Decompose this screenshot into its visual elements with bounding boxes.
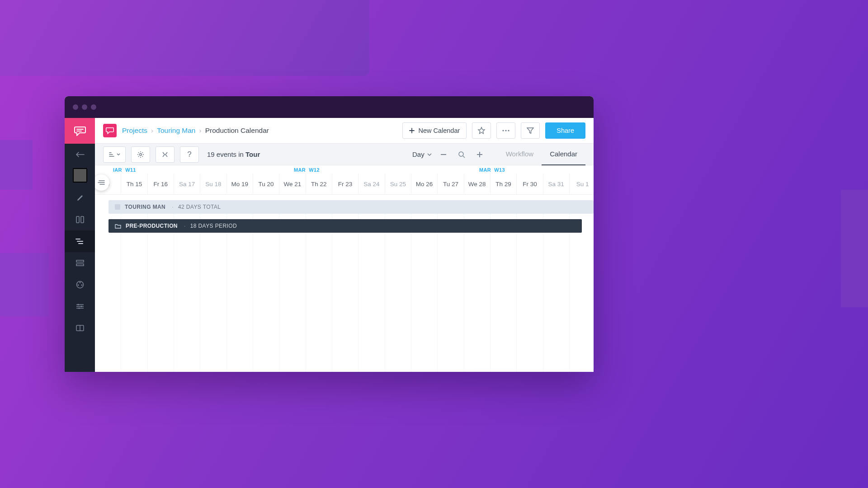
brand-logo[interactable] <box>65 118 95 144</box>
traffic-light-close[interactable] <box>73 104 78 110</box>
day-column[interactable]: Sa 31 <box>543 174 570 195</box>
svg-point-12 <box>503 130 504 131</box>
book-icon <box>76 325 84 331</box>
share-button[interactable]: Share <box>545 122 585 139</box>
chat-icon <box>106 127 114 134</box>
collapse-icon <box>161 151 169 158</box>
zoom-out[interactable] <box>437 154 450 155</box>
sidebar-back[interactable] <box>65 144 95 165</box>
day-column[interactable]: Su 25 <box>385 174 411 195</box>
magnify-icon <box>458 151 465 158</box>
app-window: Projects › Touring Man › Production Cale… <box>65 96 594 372</box>
tab-workflow[interactable]: Workflow <box>498 144 542 165</box>
svg-rect-3 <box>76 264 84 266</box>
view-mode: Day <box>412 150 425 158</box>
view-tabs: Workflow Calendar <box>498 144 585 165</box>
zoom-reset[interactable] <box>455 151 468 158</box>
sidebar-item-edit[interactable] <box>65 187 95 209</box>
decor-band <box>0 253 49 316</box>
chevron-right-icon: › <box>199 127 201 135</box>
favorite-button[interactable] <box>472 122 491 139</box>
brand-icon <box>74 126 86 136</box>
project-avatar[interactable] <box>73 168 87 183</box>
svg-point-6 <box>81 285 82 286</box>
day-column[interactable]: We 28 <box>464 174 491 195</box>
decor-band <box>0 140 33 190</box>
day-column[interactable]: Tu 27 <box>438 174 464 195</box>
color-swatch <box>115 204 120 210</box>
share-label: Share <box>557 127 574 134</box>
filter-icon <box>527 127 534 134</box>
day-column[interactable]: Sa 24 <box>359 174 385 195</box>
day-column[interactable]: Mo 19 <box>227 174 253 195</box>
svg-point-8 <box>77 304 79 305</box>
svg-rect-2 <box>76 260 84 262</box>
day-column[interactable]: Su 1 <box>570 174 594 195</box>
caret-down-icon <box>117 153 120 156</box>
sidebar-item-reel[interactable] <box>65 274 95 296</box>
plus-icon <box>476 151 483 158</box>
tree-icon <box>108 152 115 157</box>
traffic-light-max[interactable] <box>91 104 96 110</box>
settings-button[interactable] <box>131 146 150 163</box>
new-calendar-label: New Calendar <box>418 127 460 134</box>
day-column[interactable]: Th 29 <box>491 174 517 195</box>
columns-icon <box>76 216 84 223</box>
day-column[interactable]: Th 15 <box>121 174 147 195</box>
day-column[interactable]: We 21 <box>279 174 306 195</box>
star-icon <box>477 127 486 135</box>
week-label: MAR W13 <box>479 167 505 173</box>
day-column[interactable]: Fr 30 <box>517 174 543 195</box>
svg-point-13 <box>505 130 507 131</box>
sidebar-item-settings[interactable] <box>65 296 95 317</box>
plus-icon <box>409 128 415 133</box>
reel-icon <box>76 281 84 289</box>
events-summary: 19 events in Tour <box>207 150 260 158</box>
view-granularity[interactable]: Day <box>412 150 432 158</box>
help-button[interactable]: ? <box>180 146 199 163</box>
hierarchy-dropdown[interactable] <box>103 146 126 163</box>
day-column[interactable]: Mo 26 <box>411 174 438 195</box>
collapse-button[interactable] <box>156 146 175 163</box>
svg-point-9 <box>80 305 82 307</box>
new-calendar-button[interactable]: New Calendar <box>402 122 467 139</box>
project-chip[interactable] <box>103 124 117 137</box>
day-column[interactable]: Fr 16 <box>148 174 174 195</box>
more-button[interactable] <box>496 122 515 139</box>
sidebar-item-boards[interactable] <box>65 209 95 230</box>
decor-band <box>0 0 369 76</box>
toolbar: ? 19 events in Tour Day Workflow <box>95 144 594 165</box>
gantt-icon <box>75 238 85 244</box>
sidebar-item-docs[interactable] <box>65 317 95 339</box>
rows-icon <box>76 260 84 266</box>
window-titlebar <box>65 96 594 118</box>
day-column[interactable]: Th 22 <box>306 174 332 195</box>
svg-point-16 <box>459 152 463 156</box>
zoom-in[interactable] <box>473 151 486 158</box>
day-column[interactable]: Fr 23 <box>332 174 359 195</box>
chevron-right-icon: › <box>151 127 153 135</box>
calendar-viewport: IAR W11MAR W12MAR W13 eTh 15Fr 16Sa 17Su… <box>95 165 594 372</box>
svg-point-14 <box>508 130 509 131</box>
svg-point-5 <box>79 282 80 283</box>
tab-calendar[interactable]: Calendar <box>542 144 585 165</box>
day-column[interactable]: Su 18 <box>200 174 226 195</box>
traffic-light-min[interactable] <box>82 104 87 110</box>
svg-point-7 <box>77 285 79 286</box>
breadcrumb-root[interactable]: Projects <box>122 127 147 135</box>
pencil-icon <box>76 194 84 202</box>
sidebar-item-lists[interactable] <box>65 252 95 274</box>
sidebar <box>65 118 95 372</box>
day-column[interactable]: Sa 17 <box>174 174 200 195</box>
timeline-header: IAR W11MAR W12MAR W13 eTh 15Fr 16Sa 17Su… <box>95 165 594 195</box>
project-section-bar[interactable]: TOURING MAN · 42 DAYS TOTAL <box>108 200 594 214</box>
svg-point-15 <box>140 153 142 155</box>
filter-button[interactable] <box>521 122 540 139</box>
breadcrumb-project[interactable]: Touring Man <box>157 127 195 135</box>
sidebar-item-calendar[interactable] <box>65 230 95 252</box>
question-icon: ? <box>187 150 191 159</box>
day-column[interactable]: Tu 20 <box>253 174 279 195</box>
phase-section-bar[interactable]: PRE-PRODUCTION · 18 DAYS PERIOD <box>108 219 582 233</box>
minus-icon <box>440 154 447 155</box>
breadcrumb: Projects › Touring Man › Production Cale… <box>122 127 269 135</box>
